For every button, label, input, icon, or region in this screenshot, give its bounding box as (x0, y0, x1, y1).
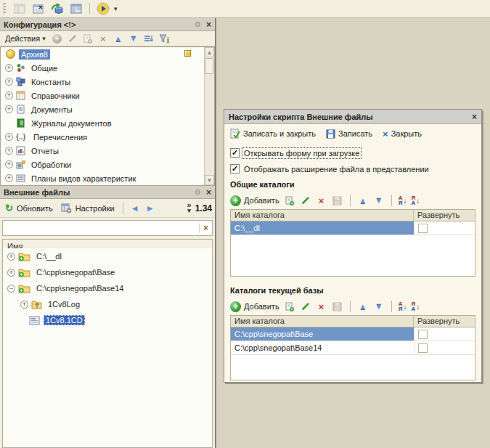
constants-icon (16, 77, 25, 86)
move-up-icon[interactable]: ▲ (113, 33, 124, 44)
edit-icon[interactable] (67, 33, 78, 44)
tree-item-enums[interactable]: + {..} Перечисления (1, 130, 214, 144)
edit-icon[interactable] (300, 301, 311, 312)
tree-item-catalogs[interactable]: + Справочники (1, 89, 214, 102)
expand-checkbox[interactable] (418, 343, 428, 353)
tree-item-constants[interactable]: + Константы (1, 75, 214, 89)
config-panel-header[interactable]: Конфигурация <!> × (0, 18, 215, 31)
checkbox-label[interactable]: Отображать расширение файла в представле… (242, 164, 430, 174)
open-form-checkbox[interactable]: ✓ (230, 148, 240, 158)
filter-icon[interactable] (158, 33, 170, 44)
expander-plus-icon[interactable]: + (5, 64, 13, 72)
search-input[interactable] (3, 221, 199, 235)
save-button[interactable]: Записать (326, 129, 372, 139)
actions-menu-button[interactable]: Действия ▾ (3, 33, 48, 44)
enumerations-icon: {..} (16, 133, 28, 141)
version-label: 1.34 (195, 203, 212, 213)
tree-item-root[interactable]: Архив8 (1, 47, 214, 61)
copy-icon[interactable] (284, 301, 295, 312)
sort-asc-icon[interactable]: АЯ ↓ (399, 195, 407, 205)
expand-checkbox[interactable] (418, 224, 428, 233)
tree-item-file-selected[interactable]: 1Cv8.1CD (3, 312, 212, 328)
close-icon[interactable]: × (472, 113, 477, 121)
close-icon[interactable]: × (206, 188, 211, 197)
sort-desc-icon[interactable]: ЯА ↓ (411, 195, 420, 205)
add-button[interactable]: + (52, 33, 63, 44)
tree-item-dir[interactable]: + C:\cpp\snegopat\Base (3, 264, 212, 280)
show-extension-checkbox[interactable]: ✓ (230, 164, 240, 174)
table-row[interactable]: C:\__dl (231, 221, 475, 235)
dialog-titlebar[interactable]: Настройки скрипта Внешние файлы × (224, 110, 481, 124)
end-edit-icon[interactable] (332, 195, 343, 206)
table-row[interactable]: C:\cpp\snegopat\Base (231, 327, 475, 341)
expand-checkbox[interactable] (418, 330, 428, 339)
clear-search-icon[interactable]: × (199, 223, 212, 233)
sort-asc-icon[interactable]: АЯ ↓ (399, 301, 407, 311)
pin-icon[interactable] (195, 22, 200, 27)
toolbar-grip[interactable] (3, 3, 6, 15)
copy-icon[interactable] (82, 33, 94, 44)
files-panel-header[interactable]: Внешние файлы × (0, 186, 215, 199)
move-up-icon[interactable]: ▲ (357, 301, 369, 312)
expander-plus-icon[interactable]: + (7, 269, 15, 277)
toolbar-separator (89, 3, 90, 15)
forward-icon[interactable]: ► (144, 203, 156, 213)
expander-minus-icon[interactable]: − (7, 285, 15, 293)
tree-item-documents[interactable]: + Документы (1, 102, 214, 116)
expander-plus-icon[interactable]: + (5, 78, 13, 86)
add-button[interactable]: + Добавить (230, 301, 279, 312)
delete-icon[interactable]: × (316, 195, 327, 206)
toolbar-overflow-icon[interactable]: » ▾ (187, 202, 192, 214)
expander-plus-icon[interactable]: + (5, 105, 13, 113)
tree-item-reports[interactable]: + Отчеты (1, 144, 214, 158)
move-down-icon[interactable]: ▼ (373, 195, 385, 206)
expander-plus-icon[interactable]: + (5, 174, 13, 182)
window-close-icon[interactable] (30, 1, 46, 16)
tree-item-subdir[interactable]: + 1Cv8Log (3, 296, 212, 312)
expander-plus-icon[interactable]: + (5, 91, 13, 99)
tree-item-dir[interactable]: + C:\__dl (3, 248, 212, 264)
panel-title: Внешние файлы (4, 188, 195, 197)
delete-icon[interactable]: × (316, 301, 327, 312)
scrollbar-thumb[interactable] (205, 58, 213, 74)
sort-list-icon[interactable] (143, 33, 155, 44)
close-button[interactable]: × Закрыть (383, 129, 422, 139)
db-load-icon[interactable] (49, 1, 65, 16)
move-down-icon[interactable]: ▼ (128, 33, 139, 44)
toolbar-overflow-icon[interactable]: ▾ (114, 6, 118, 12)
back-icon[interactable]: ◄ (129, 203, 141, 213)
tree-item-journals[interactable]: + Журналы документов (1, 116, 214, 130)
scroll-up-icon[interactable]: ▲ (205, 47, 214, 57)
script-settings-dialog: Настройки скрипта Внешние файлы × Записа… (224, 109, 482, 383)
settings-button[interactable]: Настройки (59, 203, 117, 214)
tree-item-dataprocessors[interactable]: + Обработки (1, 158, 214, 171)
expander-plus-icon[interactable]: + (5, 147, 13, 155)
close-x-icon: × (383, 129, 388, 139)
expander-plus-icon[interactable]: + (5, 160, 13, 168)
delete-icon[interactable]: × (97, 33, 109, 44)
add-button[interactable]: + Добавить (230, 195, 279, 206)
run-debug-icon[interactable] (95, 1, 111, 16)
copy-icon[interactable] (284, 195, 295, 206)
scroll-down-icon[interactable]: ▼ (205, 175, 214, 185)
end-edit-icon[interactable] (332, 301, 343, 312)
form-editor-icon[interactable] (68, 1, 84, 16)
pin-icon[interactable] (195, 190, 200, 195)
edit-icon[interactable] (300, 195, 311, 206)
checkbox-label[interactable]: Открывать форму при загрузке (242, 148, 361, 158)
dialog-toolbar: Записать и закрыть Записать × Закрыть (224, 124, 481, 143)
tree-item-dir-expanded[interactable]: − C:\cpp\snegopat\Base14 (3, 280, 212, 296)
close-icon[interactable]: × (206, 20, 211, 29)
move-up-icon[interactable]: ▲ (357, 195, 369, 206)
tree-item-common[interactable]: + Общие (1, 61, 214, 75)
refresh-button[interactable]: ↻ Обновить (3, 202, 55, 214)
sort-desc-icon[interactable]: ЯА ↓ (411, 301, 420, 311)
tree-item-char-types[interactable]: + Планы видов характеристик (1, 171, 214, 185)
expander-plus-icon[interactable]: + (7, 253, 15, 261)
save-and-close-button[interactable]: Записать и закрыть (230, 129, 316, 139)
window-panel-icon[interactable] (12, 1, 28, 16)
expander-plus-icon[interactable]: + (20, 301, 28, 309)
table-row[interactable]: C:\cpp\snegopat\Base14 (231, 341, 475, 355)
move-down-icon[interactable]: ▼ (373, 301, 385, 312)
expander-plus-icon[interactable]: + (5, 133, 13, 141)
